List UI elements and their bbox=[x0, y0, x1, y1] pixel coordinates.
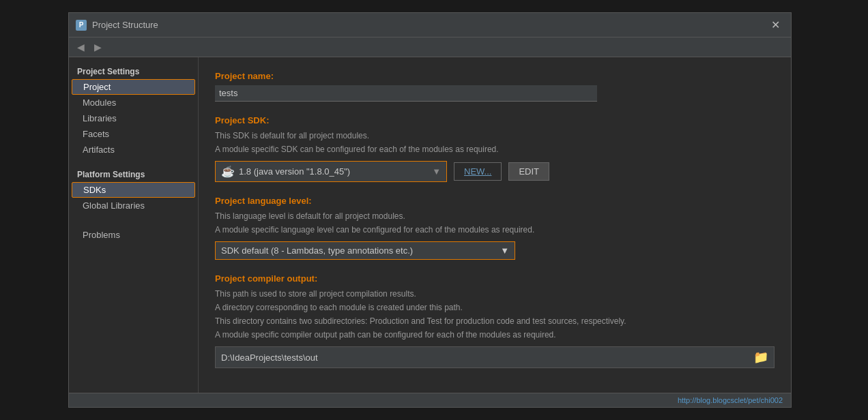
sidebar-item-facets[interactable]: Facets bbox=[69, 126, 198, 142]
sdk-row: ☕ 1.8 (java version "1.8.0_45") ▼ NEW...… bbox=[215, 161, 775, 182]
language-dropdown[interactable]: SDK default (8 - Lambdas, type annotatio… bbox=[215, 241, 515, 260]
compiler-output-label: Project compiler output: bbox=[215, 273, 775, 284]
compiler-output-section: Project compiler output: This path is us… bbox=[215, 273, 775, 368]
sidebar-item-artifacts[interactable]: Artifacts bbox=[69, 142, 198, 158]
project-sdk-label: Project SDK: bbox=[215, 115, 775, 125]
title-bar: P Project Structure ✕ bbox=[69, 13, 791, 38]
project-language-desc1: This language level is default for all p… bbox=[215, 210, 775, 222]
sidebar-item-global-libraries[interactable]: Global Libraries bbox=[69, 198, 198, 213]
platform-settings-title: Platform Settings bbox=[69, 166, 198, 182]
project-language-desc2: A module specific language level can be … bbox=[215, 224, 775, 236]
back-button[interactable]: ◀ bbox=[74, 40, 87, 54]
app-icon: P bbox=[76, 20, 87, 31]
footer-url: http://blog.blogcsclet/pet/chi002 bbox=[678, 396, 783, 404]
compiler-output-path: D:\IdeaProjects\tests\out bbox=[221, 352, 748, 363]
folder-button[interactable]: 📁 bbox=[753, 350, 768, 365]
language-dropdown-text: SDK default (8 - Lambdas, type annotatio… bbox=[221, 245, 496, 256]
project-name-section: Project name: bbox=[215, 71, 775, 102]
compiler-output-path-row: D:\IdeaProjects\tests\out 📁 bbox=[215, 346, 775, 368]
language-dropdown-arrow: ▼ bbox=[500, 245, 509, 256]
sdk-dropdown-text: 1.8 (java version "1.8.0_45") bbox=[239, 166, 428, 177]
project-language-label: Project language level: bbox=[215, 196, 775, 206]
project-structure-dialog: P Project Structure ✕ ◀ ▶ Project Settin… bbox=[68, 12, 792, 408]
sidebar-item-problems[interactable]: Problems bbox=[69, 227, 198, 243]
sidebar-item-project[interactable]: Project bbox=[72, 79, 195, 95]
forward-button[interactable]: ▶ bbox=[91, 40, 104, 54]
project-sdk-desc2: A module specific SDK can be configured … bbox=[215, 143, 775, 155]
title-bar-left: P Project Structure bbox=[76, 20, 158, 31]
project-sdk-section: Project SDK: This SDK is default for all… bbox=[215, 115, 775, 182]
close-button[interactable]: ✕ bbox=[767, 17, 784, 33]
new-sdk-button[interactable]: NEW... bbox=[454, 162, 502, 181]
sidebar-item-libraries[interactable]: Libraries bbox=[69, 110, 198, 126]
project-language-section: Project language level: This language le… bbox=[215, 196, 775, 260]
sidebar-item-sdks[interactable]: SDKs bbox=[72, 182, 195, 198]
compiler-desc1: This path is used to store all project c… bbox=[215, 288, 775, 300]
compiler-desc3: This directory contains two subdirectori… bbox=[215, 315, 775, 327]
compiler-desc2: A directory corresponding to each module… bbox=[215, 301, 775, 314]
sidebar: Project Settings Project Modules Librari… bbox=[69, 57, 199, 393]
main-panel: Project name: Project SDK: This SDK is d… bbox=[199, 57, 791, 393]
content-area: Project Settings Project Modules Librari… bbox=[69, 57, 791, 393]
footer-bar: http://blog.blogcsclet/pet/chi002 bbox=[69, 393, 791, 407]
project-name-label: Project name: bbox=[215, 71, 775, 81]
java-icon: ☕ bbox=[221, 165, 235, 178]
compiler-desc4: A module specific compiler output path c… bbox=[215, 329, 775, 341]
sdk-dropdown-arrow: ▼ bbox=[432, 166, 441, 177]
dialog-title: Project Structure bbox=[92, 20, 158, 30]
sdk-dropdown[interactable]: ☕ 1.8 (java version "1.8.0_45") ▼ bbox=[215, 161, 447, 182]
edit-sdk-button[interactable]: EDIT bbox=[508, 162, 549, 181]
sidebar-item-modules[interactable]: Modules bbox=[69, 95, 198, 110]
project-sdk-desc1: This SDK is default for all project modu… bbox=[215, 130, 775, 142]
project-settings-title: Project Settings bbox=[69, 63, 198, 79]
project-name-input[interactable] bbox=[215, 85, 597, 102]
nav-bar: ◀ ▶ bbox=[69, 38, 791, 57]
